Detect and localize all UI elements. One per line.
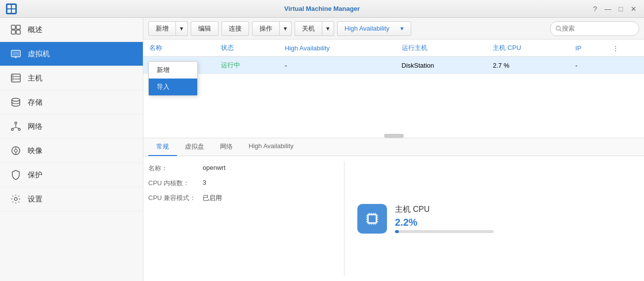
action-dropdown-button[interactable]: ▾ xyxy=(280,21,292,36)
svg-point-21 xyxy=(18,128,20,130)
sidebar-label-overview: 概述 xyxy=(28,25,43,35)
connect-button[interactable]: 连接 xyxy=(221,21,249,36)
storage-icon xyxy=(10,96,22,108)
svg-rect-9 xyxy=(12,51,19,56)
detail-content: 名称： openwrt CPU 内核数： 3 CPU 兼容模式： 已启用 xyxy=(143,156,644,281)
col-ip: IP xyxy=(569,40,606,57)
detail-row-name: 名称： openwrt xyxy=(148,161,336,176)
sidebar-item-protect[interactable]: 保护 xyxy=(0,163,143,187)
scroll-handle[interactable] xyxy=(384,134,404,138)
detail-row-cpu-compat: CPU 兼容模式： 已启用 xyxy=(148,191,336,205)
name-value: openwrt xyxy=(203,164,225,173)
shutdown-button[interactable]: 关机 xyxy=(295,21,322,36)
detail-cpu-widget: 主机 CPU 2.2% xyxy=(352,161,639,276)
sidebar: 概述 虚拟机 xyxy=(0,18,143,281)
svg-rect-4 xyxy=(11,25,15,29)
main-layout: 概述 虚拟机 xyxy=(0,18,644,281)
action-button[interactable]: 操作 xyxy=(252,21,280,36)
svg-line-23 xyxy=(12,127,16,128)
new-dropdown-button[interactable]: ▾ xyxy=(176,21,188,36)
vm-icon xyxy=(10,48,22,60)
sidebar-label-host: 主机 xyxy=(28,74,43,83)
overview-icon xyxy=(10,24,22,36)
network-icon xyxy=(10,120,22,132)
sidebar-label-storage: 存储 xyxy=(28,98,43,107)
table-row[interactable]: openwrt 运行中 - DiskStation 2.7 % - xyxy=(143,57,644,74)
host-icon xyxy=(10,72,22,84)
svg-rect-1 xyxy=(12,5,15,8)
detail-tabs: 常规 虚拟盘 网络 High Availability xyxy=(143,138,644,156)
sidebar-label-settings: 设置 xyxy=(28,195,43,204)
col-status: 状态 xyxy=(215,40,279,57)
new-button[interactable]: 新增 xyxy=(148,21,176,36)
title-bar: Virtual Machine Manager ? — □ ✕ xyxy=(0,0,644,18)
svg-rect-0 xyxy=(7,5,11,8)
cpu-compat-label: CPU 兼容模式： xyxy=(148,194,203,202)
search-box[interactable] xyxy=(550,21,639,36)
new-dropdown-menu: 新增 导入 xyxy=(148,61,198,96)
sidebar-label-protect: 保护 xyxy=(28,170,43,180)
svg-line-31 xyxy=(560,30,561,31)
settings-icon xyxy=(10,193,22,205)
cell-status: 运行中 xyxy=(215,57,279,74)
sidebar-label-vm: 虚拟机 xyxy=(28,49,50,59)
edit-button[interactable]: 编辑 xyxy=(191,21,218,36)
svg-line-24 xyxy=(16,127,19,128)
cell-cpu: 2.7 % xyxy=(487,57,569,74)
tab-general[interactable]: 常规 xyxy=(148,138,177,156)
dropdown-item-import[interactable]: 导入 xyxy=(149,79,197,95)
sidebar-item-settings[interactable]: 设置 xyxy=(0,187,143,211)
svg-point-16 xyxy=(12,78,13,79)
cpu-cores-label: CPU 内核数： xyxy=(148,179,203,188)
svg-rect-7 xyxy=(16,30,20,34)
minimize-button[interactable]: — xyxy=(603,4,612,13)
maximize-button[interactable]: □ xyxy=(616,4,625,13)
svg-rect-3 xyxy=(12,9,15,13)
col-cpu: 主机 CPU xyxy=(487,40,569,57)
toolbar: 新增 ▾ 编辑 连接 操作 ▾ 关机 ▾ High Availability ▾ xyxy=(143,18,644,40)
col-host: 运行主机 xyxy=(396,40,487,57)
cpu-bar-fill xyxy=(395,230,399,233)
sidebar-label-network: 网络 xyxy=(28,122,43,131)
detail-panel: 常规 虚拟盘 网络 High Availability 名称： openwrt … xyxy=(143,138,644,281)
cell-ha: - xyxy=(279,57,395,74)
sidebar-item-overview[interactable]: 概述 xyxy=(0,18,143,42)
shutdown-dropdown-button[interactable]: ▾ xyxy=(322,21,334,36)
help-button[interactable]: ? xyxy=(591,4,600,13)
vm-table: 名称 状态 High Availability 运行主机 主机 CPU IP ⋮… xyxy=(143,40,644,74)
tab-network[interactable]: 网络 xyxy=(212,138,241,156)
svg-rect-6 xyxy=(11,30,15,34)
image-icon xyxy=(10,145,22,157)
sidebar-item-network[interactable]: 网络 xyxy=(0,115,143,139)
col-ha: High Availability xyxy=(279,40,395,57)
svg-point-18 xyxy=(12,98,20,101)
cpu-widget-percent: 2.2% xyxy=(395,217,494,228)
sidebar-item-image[interactable]: 映像 xyxy=(0,139,143,163)
detail-info: 名称： openwrt CPU 内核数： 3 CPU 兼容模式： 已启用 xyxy=(148,161,336,276)
tab-vdisk[interactable]: 虚拟盘 xyxy=(177,138,212,156)
close-button[interactable]: ✕ xyxy=(629,4,638,13)
sidebar-item-storage[interactable]: 存储 xyxy=(0,90,143,115)
sidebar-item-host[interactable]: 主机 xyxy=(0,66,143,90)
dropdown-item-new[interactable]: 新增 xyxy=(149,62,197,79)
svg-rect-33 xyxy=(369,215,376,222)
col-name: 名称 xyxy=(143,40,215,57)
cell-host: DiskStation xyxy=(396,57,487,74)
tab-ha[interactable]: High Availability xyxy=(241,138,301,156)
sidebar-item-vm[interactable]: 虚拟机 xyxy=(0,42,143,66)
vm-table-area: 名称 状态 High Availability 运行主机 主机 CPU IP ⋮… xyxy=(143,40,644,138)
svg-point-15 xyxy=(12,75,13,76)
name-label: 名称： xyxy=(148,164,203,173)
app-window: Virtual Machine Manager ? — □ ✕ 概述 xyxy=(0,0,644,281)
ha-button[interactable]: High Availability ▾ xyxy=(337,21,411,36)
svg-point-19 xyxy=(15,122,17,124)
svg-point-30 xyxy=(556,26,560,30)
sidebar-label-image: 映像 xyxy=(28,146,43,156)
search-icon xyxy=(556,25,562,32)
protect-icon xyxy=(10,169,22,181)
col-more[interactable]: ⋮ xyxy=(606,40,644,57)
new-btn-group: 新增 ▾ xyxy=(148,21,188,36)
cpu-info: 主机 CPU 2.2% xyxy=(395,204,494,233)
search-input[interactable] xyxy=(562,25,634,32)
cpu-compat-value: 已启用 xyxy=(203,194,222,202)
